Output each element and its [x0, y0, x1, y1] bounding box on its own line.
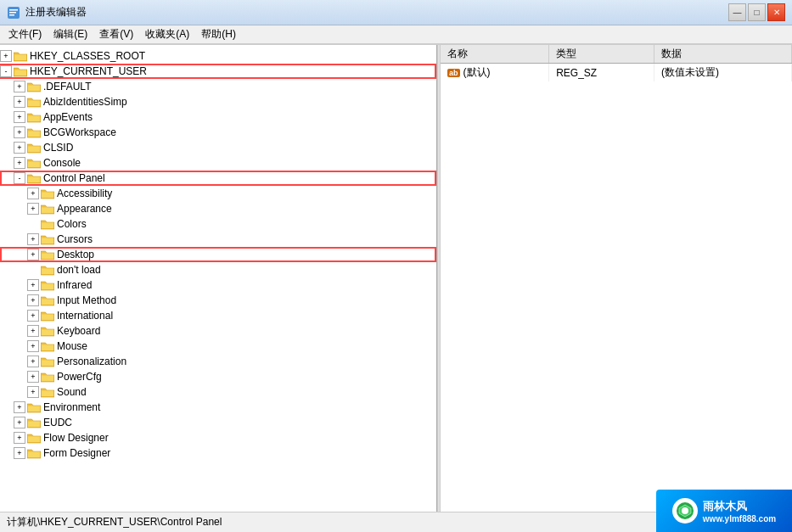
folder-icon [27, 96, 41, 108]
tree-node-label: BCGWorkspace [43, 126, 116, 138]
tree-expander[interactable]: + [0, 50, 12, 62]
tree-node-label: Console [43, 157, 81, 169]
tree-expander[interactable]: + [27, 279, 39, 291]
tree-node[interactable]: + Form Designer [0, 445, 436, 461]
tree-expander[interactable]: + [14, 111, 25, 123]
menu-bar: 文件(F) 编辑(E) 查看(V) 收藏夹(A) 帮助(H) [0, 25, 792, 44]
tree-node[interactable]: Colors [0, 216, 436, 232]
tree-node-label: PowerCfg [57, 371, 102, 383]
folder-icon [27, 81, 41, 92]
tree-node-label: AppEvents [43, 111, 93, 123]
tree-node[interactable]: + PowerCfg [0, 369, 436, 384]
tree-expander[interactable]: + [14, 432, 25, 444]
tree-panel[interactable]: + HKEY_CLASSES_ROOT- HKEY_CURRENT_USER+ … [0, 45, 437, 512]
tree-expander[interactable]: + [14, 157, 25, 169]
tree-node-label: CLSID [43, 142, 73, 154]
tree-expander[interactable]: + [27, 188, 39, 199]
tree-node[interactable]: don't load [0, 262, 436, 277]
tree-node[interactable]: + Desktop [0, 247, 436, 262]
tree-expander[interactable]: + [14, 142, 25, 154]
menu-view[interactable]: 查看(V) [94, 25, 138, 43]
logo-text: 雨林木风 www.ylmf888.com [703, 499, 776, 524]
tree-node[interactable]: + International [0, 308, 436, 323]
tree-expander[interactable]: + [14, 417, 25, 428]
svg-rect-3 [9, 14, 14, 16]
tree-node[interactable]: + AbizIdentitiesSimp [0, 94, 436, 109]
folder-icon [27, 126, 41, 138]
tree-node[interactable]: + BCGWorkspace [0, 125, 436, 140]
tree-content: + HKEY_CLASSES_ROOT- HKEY_CURRENT_USER+ … [0, 45, 436, 464]
tree-expander[interactable]: + [14, 126, 25, 138]
tree-node[interactable]: - HKEY_CURRENT_USER [0, 64, 436, 79]
tree-node[interactable]: + EUDC [0, 415, 436, 430]
minimize-button[interactable]: — [728, 3, 746, 21]
reg-type-badge: ab [447, 69, 460, 77]
tree-node[interactable]: + .DEFAULT [0, 79, 436, 94]
tree-node[interactable]: + Appearance [0, 201, 436, 216]
tree-node[interactable]: + Keyboard [0, 323, 436, 339]
folder-icon [41, 340, 54, 352]
tree-node[interactable]: + Sound [0, 384, 436, 400]
tree-expander[interactable]: + [14, 447, 25, 459]
tree-expander[interactable]: + [27, 310, 39, 322]
menu-favorites[interactable]: 收藏夹(A) [140, 25, 194, 43]
tree-node[interactable]: + Flow Designer [0, 430, 436, 445]
logo-line1: 雨林木风 [703, 499, 776, 514]
tree-expander[interactable]: + [14, 401, 25, 413]
tree-node[interactable]: + Personalization [0, 354, 436, 369]
tree-expander[interactable]: + [27, 249, 39, 260]
folder-icon [41, 279, 54, 291]
table-row[interactable]: ab (默认) REG_SZ(数值未设置) [441, 64, 792, 82]
tree-expander[interactable]: + [27, 371, 39, 383]
tree-expander[interactable]: + [27, 356, 39, 367]
reg-data-cell: (数值未设置) [654, 64, 792, 82]
tree-node-label: .DEFAULT [43, 81, 91, 92]
tree-node[interactable]: + Accessibility [0, 186, 436, 201]
tree-node[interactable]: + CLSID [0, 140, 436, 155]
tree-expander[interactable]: + [14, 81, 25, 92]
tree-expander[interactable]: + [27, 233, 39, 245]
tree-node[interactable]: - Control Panel [0, 171, 436, 186]
tree-expander[interactable]: + [27, 294, 39, 306]
tree-node[interactable]: + Mouse [0, 339, 436, 354]
tree-expander[interactable]: + [14, 96, 25, 108]
tree-node[interactable]: + Cursors [0, 232, 436, 247]
tree-node-label: Sound [57, 386, 87, 398]
folder-icon [27, 157, 41, 169]
col-data: 数据 [654, 45, 792, 64]
maximize-button[interactable]: □ [748, 3, 766, 21]
tree-expander[interactable]: - [14, 172, 25, 184]
tree-node-label: Cursors [57, 233, 93, 245]
tree-expander[interactable]: - [0, 65, 12, 77]
reg-name-cell: ab (默认) [441, 64, 549, 82]
tree-expander[interactable]: + [27, 340, 39, 352]
tree-node[interactable]: + Environment [0, 400, 436, 415]
folder-icon [41, 386, 54, 398]
menu-edit[interactable]: 编辑(E) [48, 25, 93, 43]
menu-help[interactable]: 帮助(H) [196, 25, 241, 43]
tree-node-label: HKEY_CURRENT_USER [30, 65, 147, 77]
registry-panel: 名称 类型 数据 ab (默认) REG_SZ(数值未设置) [441, 45, 792, 512]
close-button[interactable]: ✕ [767, 3, 785, 21]
tree-expander[interactable]: + [27, 325, 39, 337]
tree-node[interactable]: + AppEvents [0, 109, 436, 125]
table-header-row: 名称 类型 数据 [441, 45, 792, 64]
tree-node-label: Keyboard [57, 325, 100, 337]
svg-point-6 [682, 507, 688, 514]
status-text: 计算机\HKEY_CURRENT_USER\Control Panel [7, 515, 222, 529]
svg-rect-1 [9, 9, 18, 11]
tree-node[interactable]: + Input Method [0, 293, 436, 308]
tree-node[interactable]: + Infrared [0, 277, 436, 293]
tree-node[interactable]: + Console [0, 155, 436, 171]
tree-expander[interactable]: + [27, 203, 39, 215]
tree-node[interactable]: + HKEY_CLASSES_ROOT [0, 48, 436, 64]
logo-icon [672, 498, 698, 524]
folder-icon [41, 264, 54, 276]
tree-expander[interactable]: + [27, 386, 39, 398]
folder-icon [27, 172, 41, 184]
main-container: + HKEY_CLASSES_ROOT- HKEY_CURRENT_USER+ … [0, 44, 792, 512]
tree-node-label: Desktop [57, 249, 94, 260]
folder-icon [27, 417, 41, 428]
tree-node-label: Environment [43, 401, 100, 413]
menu-file[interactable]: 文件(F) [3, 25, 47, 43]
